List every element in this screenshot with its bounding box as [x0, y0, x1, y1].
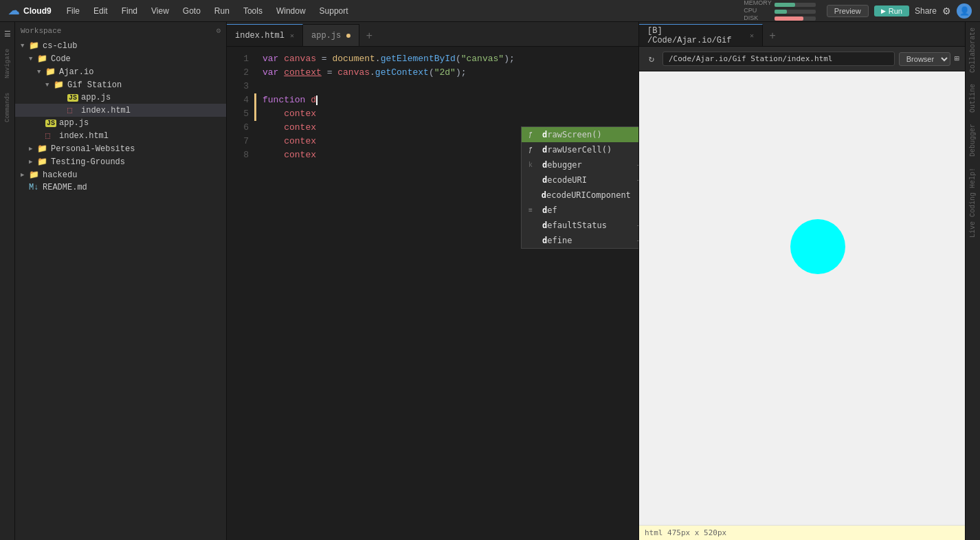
folder-icon: 📁 — [29, 170, 40, 180]
cloud9-logo[interactable]: ☁ Cloud9 — [0, 4, 60, 17]
memory-display: MEMORY CPU DISK — [744, 0, 815, 22]
editor-tabs: index.html ✕ app.js + — [227, 22, 638, 47]
add-browser-tab-button[interactable]: + — [763, 27, 782, 46]
browser-toolbar: ↻ Browser ⊞ — [639, 47, 965, 71]
autocomplete-item[interactable]: k debugger - EcmaScript — [522, 157, 638, 172]
list-item[interactable]: ▶ 📁 Personal-Websites — [15, 142, 226, 155]
code-content[interactable]: var canvas = document.getElementById("ca… — [254, 47, 638, 540]
menubar: ☁ Cloud9 File Edit Find View Goto Run To… — [0, 0, 980, 22]
function-icon: ƒ — [528, 146, 537, 154]
menu-goto[interactable]: Goto — [176, 0, 208, 22]
folder-icon: 📁 — [45, 67, 56, 77]
autocomplete-item[interactable]: define - EcmaScript — [522, 233, 638, 248]
modified-indicator — [346, 34, 350, 38]
tab-index-html[interactable]: index.html ✕ — [227, 24, 303, 46]
html-file-icon: ⬚ — [67, 105, 78, 115]
browser-dropdown[interactable]: Browser — [899, 52, 950, 66]
chevron-down-icon: ▼ — [29, 56, 37, 63]
keyword-icon: k — [528, 161, 537, 169]
list-item[interactable]: ▶ 📁 hackedu — [15, 168, 226, 181]
memory-bars — [775, 1, 816, 21]
folder-icon: 📁 — [37, 144, 48, 154]
chevron-right-icon: ▶ — [29, 145, 37, 153]
workspace-icon[interactable]: ☰ — [1, 27, 14, 40]
md-file-icon: M↓ — [29, 183, 40, 192]
html-file-icon: ⬚ — [45, 131, 56, 141]
tree-settings-icon[interactable]: ⚙ — [216, 26, 221, 35]
autocomplete-item[interactable]: ƒ drawUserCell() - app.js — [522, 142, 638, 157]
settings-icon[interactable]: ⚙ — [942, 5, 951, 16]
collaborate-label[interactable]: Collaborate — [966, 22, 979, 78]
commands-icon[interactable]: Commands — [1, 87, 14, 128]
autocomplete-item[interactable]: defaultStatus - EcmaScript — [522, 218, 638, 233]
code-line — [263, 80, 630, 93]
tree-header: Workspace ⚙ — [15, 22, 226, 39]
close-browser-tab-icon[interactable]: ✕ — [750, 32, 754, 40]
js-file-icon: JS — [67, 93, 78, 102]
autocomplete-dropdown[interactable]: ƒ drawScreen() - app.js ƒ drawUserCell()… — [521, 126, 638, 249]
chevron-down-icon: ▼ — [45, 82, 54, 89]
menu-support[interactable]: Support — [313, 0, 355, 22]
menu-view[interactable]: View — [144, 0, 176, 22]
list-item[interactable]: M↓ README.md — [15, 181, 226, 194]
avatar-icon[interactable]: 👤 — [957, 3, 972, 19]
menubar-right: MEMORY CPU DISK Preview Run Share ⚙ 👤 — [744, 0, 980, 22]
autocomplete-item[interactable]: decodeURI - EcmaScript — [522, 172, 638, 188]
preview-circle — [790, 219, 845, 274]
menu-file[interactable]: File — [60, 0, 87, 22]
folder-icon: 📁 — [54, 80, 65, 90]
chevron-right-icon: ▶ — [29, 158, 37, 166]
menu-items: File Edit Find View Goto Run Tools Windo… — [60, 0, 355, 22]
refresh-button[interactable]: ↻ — [645, 52, 658, 66]
autocomplete-item[interactable]: decodeURIComponent - EcmaScript — [522, 188, 638, 203]
navigate-icon[interactable]: Navigate — [1, 43, 14, 84]
list-item[interactable]: ▶ 📁 Testing-Grounds — [15, 155, 226, 168]
browser-panel: [B] /Code/Ajar.io/Gif ✕ + ↻ Browser ⊞ ht… — [638, 22, 965, 540]
url-bar[interactable] — [662, 52, 895, 66]
line-numbers: 1 2 3 4 5 6 7 8 — [227, 47, 254, 540]
menu-window[interactable]: Window — [269, 0, 313, 22]
code-editor[interactable]: 1 2 3 4 5 6 7 8 var canvas = document.ge… — [227, 47, 638, 540]
tab-label: index.html — [235, 31, 285, 41]
chevron-down-icon: ▼ — [21, 43, 29, 49]
close-tab-icon[interactable]: ✕ — [290, 32, 294, 40]
add-tab-button[interactable]: + — [359, 27, 379, 46]
file-tree: Workspace ⚙ ▼ 📁 cs-club ▼ 📁 Code ▼ 📁 Aja… — [15, 22, 227, 540]
autocomplete-item[interactable]: ≡ def - snippet — [522, 203, 638, 218]
folder-icon: 📁 — [37, 54, 48, 64]
menu-run[interactable]: Run — [208, 0, 236, 22]
menu-edit[interactable]: Edit — [87, 0, 115, 22]
status-text: html 475px x 520px — [645, 528, 726, 537]
tab-browser-main[interactable]: [B] /Code/Ajar.io/Gif ✕ — [639, 24, 763, 46]
list-item[interactable]: ⬚ index.html — [15, 104, 226, 117]
list-item[interactable]: ▼ 📁 Gif Station — [15, 78, 226, 91]
cloud9-icon: ☁ — [8, 4, 19, 17]
autocomplete-item[interactable]: ƒ drawScreen() - app.js — [522, 127, 638, 142]
list-item[interactable]: ▼ 📁 Code — [15, 52, 226, 65]
code-line: var context = canvas.getContext("2d"); — [263, 66, 630, 80]
list-item[interactable]: JS app.js — [15, 117, 226, 129]
main-layout: ☰ Navigate Commands Workspace ⚙ ▼ 📁 cs-c… — [0, 22, 980, 540]
list-item[interactable]: ▼ 📁 cs-club — [15, 39, 226, 52]
preview-button[interactable]: Preview — [827, 5, 869, 17]
side-icons: ☰ Navigate Commands — [0, 22, 15, 540]
menu-find[interactable]: Find — [115, 0, 144, 22]
browser-toggle-icon[interactable]: ⊞ — [955, 54, 959, 64]
snippet-icon: ≡ — [528, 207, 537, 214]
function-icon: ƒ — [528, 131, 537, 139]
tab-label: app.js — [311, 31, 341, 41]
live-coding-label[interactable]: Live Coding Help! — [966, 162, 979, 243]
outline-label[interactable]: Outline — [966, 78, 979, 118]
list-item[interactable]: ▼ 📁 Ajar.io — [15, 65, 226, 78]
browser-content — [639, 71, 965, 525]
logo-text: Cloud9 — [23, 6, 52, 16]
browser-status-bar: html 475px x 520px — [639, 525, 965, 540]
list-item[interactable]: JS app.js — [15, 91, 226, 104]
folder-icon: 📁 — [29, 41, 40, 51]
debugger-label[interactable]: Debugger — [966, 118, 979, 162]
list-item[interactable]: ⬚ index.html — [15, 129, 226, 142]
run-button[interactable]: Run — [874, 5, 909, 16]
tab-app-js[interactable]: app.js — [303, 24, 359, 46]
folder-icon: 📁 — [37, 157, 48, 167]
menu-tools[interactable]: Tools — [236, 0, 269, 22]
